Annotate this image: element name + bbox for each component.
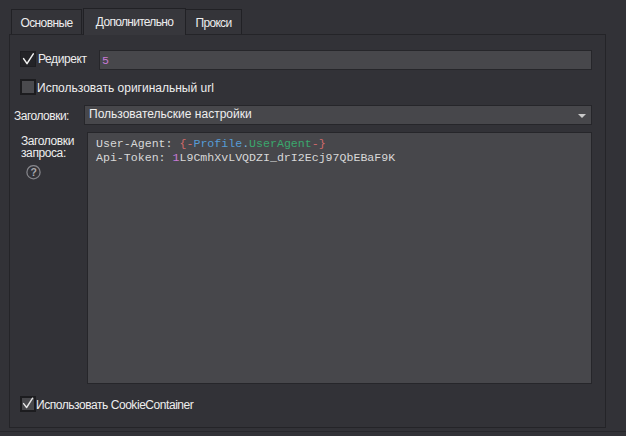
svg-text:?: ?: [30, 166, 36, 178]
